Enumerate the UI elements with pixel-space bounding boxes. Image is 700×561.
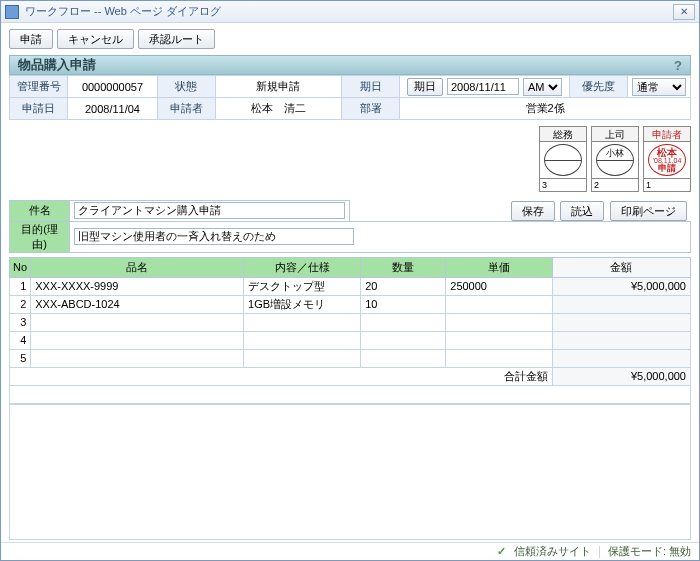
stamp-soumu: 総務 3: [539, 126, 587, 192]
toolbar: 申請 キャンセル 承認ルート: [9, 29, 691, 49]
date-cell: 期日 AM: [400, 76, 569, 98]
priority-label: 優先度: [569, 76, 627, 98]
table-row[interactable]: 2XXX-ABCD-10241GB増設メモリ10: [10, 295, 691, 313]
dialog-window: ワークフロー -- Web ページ ダイアログ ✕ 申請 キャンセル 承認ルート…: [0, 0, 700, 561]
date-label: 期日: [341, 76, 399, 98]
help-icon[interactable]: ?: [674, 58, 682, 73]
table-row[interactable]: 1XXX-XXXX-9999デスクトップ型20250000¥5,000,000: [10, 277, 691, 295]
items-table: No 品名 内容／仕様 数量 単価 金額 1XXX-XXXX-9999デスクトッ…: [9, 257, 691, 404]
stamp-circle: 小林: [596, 144, 634, 176]
print-button[interactable]: 印刷ページ: [610, 201, 687, 221]
cell-qty[interactable]: [361, 331, 446, 349]
stamps: 総務 3 上司 小林 2 申請者 松本 '08.11.04 申請 1: [9, 126, 691, 192]
cell-amount: [552, 331, 690, 349]
trusted-site: 信頼済みサイト: [514, 544, 591, 559]
cell-spec[interactable]: [244, 349, 361, 367]
cell-name[interactable]: [31, 331, 244, 349]
cell-qty[interactable]: [361, 349, 446, 367]
close-icon[interactable]: ✕: [673, 4, 695, 20]
cell-spec[interactable]: [244, 331, 361, 349]
stamp-boss: 上司 小林 2: [591, 126, 639, 192]
subject-label: 件名: [10, 201, 70, 222]
page-header: 物品購入申請 ?: [9, 55, 691, 75]
stamp-header: 総務: [540, 127, 586, 142]
cell-no: 2: [10, 295, 31, 313]
cell-spec[interactable]: 1GB増設メモリ: [244, 295, 361, 313]
stamp-header: 申請者: [644, 127, 690, 142]
purpose-input[interactable]: [74, 228, 354, 245]
cell-name[interactable]: [31, 313, 244, 331]
cell-qty[interactable]: 20: [361, 277, 446, 295]
cell-name[interactable]: XXX-ABCD-1024: [31, 295, 244, 313]
cell-spec[interactable]: [244, 313, 361, 331]
apply-date: 2008/11/04: [68, 98, 157, 120]
stamp-num: 3: [540, 178, 586, 191]
cell-no: 1: [10, 277, 31, 295]
cell-amount: [552, 313, 690, 331]
mgmt-no-label: 管理番号: [10, 76, 68, 98]
cell-amount: [552, 295, 690, 313]
separator-row: [10, 385, 691, 403]
info-table: 管理番号 0000000057 状態 新規申請 期日 期日 AM 優先度 通常: [9, 75, 691, 120]
col-amount: 金額: [552, 257, 690, 277]
cell-price[interactable]: 250000: [446, 277, 552, 295]
status-bar: ✓ 信頼済みサイト 保護モード: 無効: [1, 542, 699, 560]
purpose-label: 目的(理由): [10, 221, 70, 252]
apply-date-label: 申請日: [10, 98, 68, 120]
protect-mode: 保護モード: 無効: [608, 544, 691, 559]
cell-qty[interactable]: [361, 313, 446, 331]
cell-price[interactable]: [446, 313, 552, 331]
save-button[interactable]: 保存: [511, 201, 555, 221]
apply-button[interactable]: 申請: [9, 29, 53, 49]
cell-no: 3: [10, 313, 31, 331]
cell-no: 5: [10, 349, 31, 367]
stamp-circle-red: 松本 '08.11.04 申請: [648, 144, 686, 176]
mgmt-no: 0000000057: [68, 76, 157, 98]
load-button[interactable]: 読込: [560, 201, 604, 221]
cell-amount: [552, 349, 690, 367]
total-value: ¥5,000,000: [552, 367, 690, 385]
status-label: 状態: [157, 76, 215, 98]
table-row[interactable]: 3: [10, 313, 691, 331]
cell-name[interactable]: XXX-XXXX-9999: [31, 277, 244, 295]
priority-select[interactable]: 通常: [632, 78, 686, 96]
memo-area[interactable]: [9, 404, 691, 540]
subject-table: 件名 保存 読込 印刷ページ 目的(理由): [9, 200, 691, 253]
status: 新規申請: [215, 76, 341, 98]
col-price: 単価: [446, 257, 552, 277]
cell-name[interactable]: [31, 349, 244, 367]
page-title: 物品購入申請: [18, 56, 96, 74]
col-no: No: [10, 257, 31, 277]
applicant: 松本 清二: [215, 98, 341, 120]
route-button[interactable]: 承認ルート: [138, 29, 215, 49]
table-row[interactable]: 5: [10, 349, 691, 367]
table-row[interactable]: 4: [10, 331, 691, 349]
title-bar: ワークフロー -- Web ページ ダイアログ ✕: [1, 1, 699, 23]
cell-price[interactable]: [446, 331, 552, 349]
date-input[interactable]: [447, 78, 519, 95]
cell-amount: ¥5,000,000: [552, 277, 690, 295]
check-icon: ✓: [497, 545, 506, 558]
priority-cell: 通常: [627, 76, 690, 98]
stamp-circle: [544, 144, 582, 176]
col-name: 品名: [31, 257, 244, 277]
content: 申請 キャンセル 承認ルート 物品購入申請 ? 管理番号 0000000057 …: [1, 23, 699, 542]
window-title: ワークフロー -- Web ページ ダイアログ: [25, 4, 673, 19]
ampm-select[interactable]: AM: [523, 78, 562, 96]
date-button[interactable]: 期日: [407, 78, 443, 96]
subject-input[interactable]: [74, 202, 345, 219]
total-label: 合計金額: [10, 367, 553, 385]
cell-price[interactable]: [446, 295, 552, 313]
cancel-button[interactable]: キャンセル: [57, 29, 134, 49]
col-spec: 内容／仕様: [244, 257, 361, 277]
col-qty: 数量: [361, 257, 446, 277]
cell-no: 4: [10, 331, 31, 349]
cell-price[interactable]: [446, 349, 552, 367]
cell-qty[interactable]: 10: [361, 295, 446, 313]
divider: [599, 546, 600, 558]
dept-label: 部署: [341, 98, 399, 120]
cell-spec[interactable]: デスクトップ型: [244, 277, 361, 295]
stamp-applicant: 申請者 松本 '08.11.04 申請 1: [643, 126, 691, 192]
app-icon: [5, 5, 19, 19]
applicant-label: 申請者: [157, 98, 215, 120]
